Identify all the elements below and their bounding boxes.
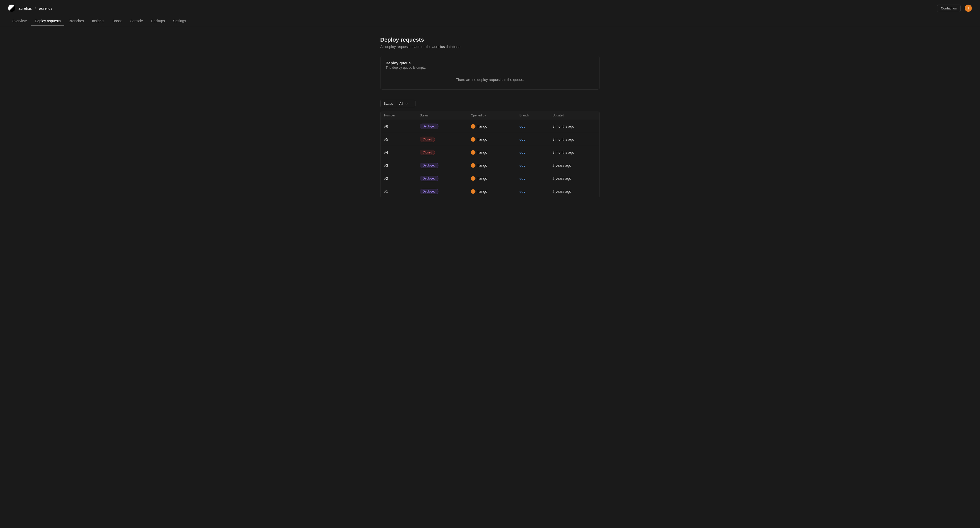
col-branch: Branch — [519, 113, 552, 117]
updated-time: 3 months ago — [552, 150, 596, 155]
user-avatar-icon: I — [471, 124, 476, 129]
branch-link[interactable]: dev — [519, 124, 552, 128]
request-status: Deployed — [420, 175, 471, 181]
nav-tabs: OverviewDeploy requestsBranchesInsightsB… — [0, 16, 980, 26]
request-status: Deployed — [420, 124, 471, 129]
user-name: Ilango — [477, 176, 487, 180]
branch-link[interactable]: dev — [519, 164, 552, 167]
filter-label: Status — [380, 100, 396, 107]
header: aurelius / aurelius Contact us I — [0, 0, 980, 16]
main-content: Deploy requests All deploy requests made… — [375, 26, 605, 208]
user-avatar-icon: I — [471, 176, 476, 181]
branch-link[interactable]: dev — [519, 177, 552, 180]
updated-time: 3 months ago — [552, 137, 596, 142]
filter-selected-value: All — [399, 102, 403, 105]
tab-settings[interactable]: Settings — [169, 16, 189, 26]
table-row[interactable]: #4ClosedIIlangodev3 months ago — [380, 146, 600, 159]
page-subtitle: All deploy requests made on the aurelius… — [380, 45, 600, 49]
page-title: Deploy requests — [380, 37, 600, 43]
table-header: Number Status Opened by Branch Updated — [380, 111, 600, 120]
opened-by-cell[interactable]: IIlango — [471, 163, 519, 168]
tab-boost[interactable]: Boost — [109, 16, 125, 26]
user-name: Ilango — [477, 150, 487, 155]
branch-link[interactable]: dev — [519, 151, 552, 155]
user-avatar-icon: I — [471, 163, 476, 168]
opened-by-cell[interactable]: IIlango — [471, 124, 519, 129]
table-row[interactable]: #3DeployedIIlangodev2 years ago — [380, 159, 600, 172]
status-badge: Deployed — [420, 124, 438, 129]
user-name: Ilango — [477, 190, 487, 193]
branch-link[interactable]: dev — [519, 190, 552, 193]
status-badge: Deployed — [420, 175, 438, 181]
breadcrumb-db[interactable]: aurelius — [39, 6, 52, 10]
tab-deploy-requests[interactable]: Deploy requests — [31, 16, 64, 26]
request-number[interactable]: #2 — [384, 176, 420, 180]
breadcrumb: aurelius / aurelius — [18, 6, 52, 10]
user-name: Ilango — [477, 124, 487, 128]
queue-empty-message: There are no deploy requests in the queu… — [386, 76, 594, 85]
table-row[interactable]: #2DeployedIIlangodev2 years ago — [380, 172, 600, 185]
status-badge: Deployed — [420, 189, 438, 194]
col-number: Number — [384, 113, 420, 117]
deploy-requests-table: Number Status Opened by Branch Updated #… — [380, 111, 600, 198]
table-row[interactable]: #6DeployedIIlangodev3 months ago — [380, 120, 600, 133]
updated-time: 3 months ago — [552, 124, 596, 128]
breadcrumb-separator: / — [35, 6, 36, 10]
user-avatar-icon: I — [471, 189, 476, 194]
chevron-down-icon — [405, 102, 408, 105]
updated-time: 2 years ago — [552, 163, 596, 167]
updated-time: 2 years ago — [552, 176, 596, 180]
subtitle-db-name: aurelius — [432, 45, 445, 49]
request-status: Deployed — [420, 189, 471, 194]
user-name: Ilango — [477, 137, 487, 142]
queue-subtitle: The deploy queue is empty. — [386, 65, 594, 69]
filter-row: Status All — [380, 100, 600, 107]
user-avatar-icon: I — [471, 150, 476, 155]
opened-by-cell[interactable]: IIlango — [471, 137, 519, 142]
request-number[interactable]: #3 — [384, 163, 420, 167]
table-row[interactable]: #5ClosedIIlangodev3 months ago — [380, 133, 600, 146]
tab-branches[interactable]: Branches — [65, 16, 88, 26]
request-number[interactable]: #4 — [384, 150, 420, 155]
tab-overview[interactable]: Overview — [8, 16, 30, 26]
subtitle-prefix: All deploy requests made on the — [380, 45, 432, 49]
header-right: Contact us I — [937, 5, 972, 12]
request-status: Closed — [420, 137, 471, 142]
request-status: Deployed — [420, 163, 471, 168]
status-badge: Deployed — [420, 163, 438, 168]
status-badge: Closed — [420, 137, 435, 142]
table-row[interactable]: #1DeployedIIlangodev2 years ago — [380, 185, 600, 198]
header-left: aurelius / aurelius — [8, 5, 52, 12]
queue-title: Deploy queue — [386, 61, 594, 65]
deploy-queue-panel: Deploy queue The deploy queue is empty. … — [380, 56, 600, 89]
breadcrumb-org[interactable]: aurelius — [18, 6, 32, 10]
opened-by-cell[interactable]: IIlango — [471, 150, 519, 155]
status-filter-select[interactable]: All — [396, 100, 415, 107]
updated-time: 2 years ago — [552, 190, 596, 193]
request-status: Closed — [420, 150, 471, 155]
col-status: Status — [420, 113, 471, 117]
user-avatar[interactable]: I — [965, 5, 972, 12]
col-opened-by: Opened by — [471, 113, 519, 117]
status-badge: Closed — [420, 150, 435, 155]
tab-backups[interactable]: Backups — [148, 16, 169, 26]
tab-insights[interactable]: Insights — [89, 16, 108, 26]
branch-link[interactable]: dev — [519, 138, 552, 142]
user-avatar-icon: I — [471, 137, 476, 142]
user-name: Ilango — [477, 163, 487, 167]
tab-console[interactable]: Console — [126, 16, 146, 26]
opened-by-cell[interactable]: IIlango — [471, 176, 519, 181]
request-number[interactable]: #5 — [384, 137, 420, 142]
request-number[interactable]: #6 — [384, 124, 420, 128]
col-updated: Updated — [552, 113, 596, 117]
request-number[interactable]: #1 — [384, 190, 420, 193]
contact-us-button[interactable]: Contact us — [937, 5, 961, 12]
logo-icon[interactable] — [8, 5, 15, 12]
opened-by-cell[interactable]: IIlango — [471, 189, 519, 194]
subtitle-suffix: database. — [445, 45, 461, 49]
